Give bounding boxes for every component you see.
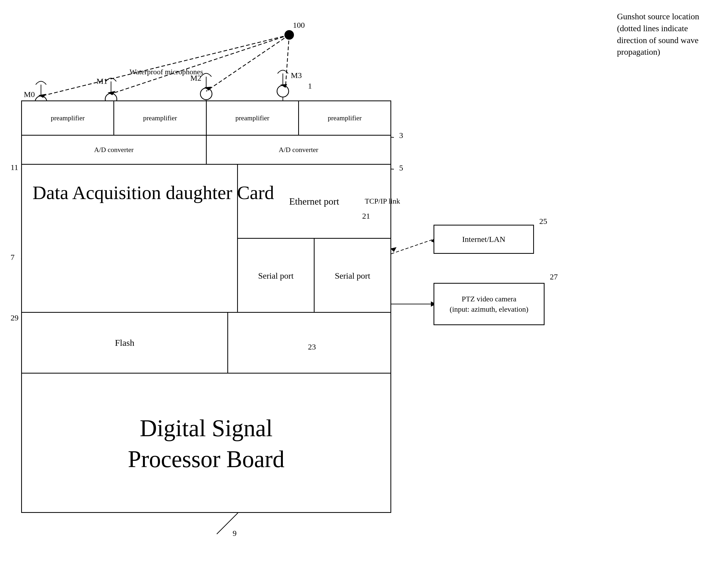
tcp-ip-label: TCP/IP link (365, 197, 400, 205)
ref-23: 23 (308, 342, 316, 351)
svg-marker-6 (38, 94, 46, 98)
legend: Gunshot source location (dotted lines in… (617, 11, 707, 58)
da-card-section: Data Acquisition daughter Card Ethernet … (22, 165, 390, 313)
ref-27: 27 (550, 272, 558, 281)
ref-5: 5 (399, 163, 403, 172)
svg-point-16 (284, 30, 294, 40)
preamp-box-1: preamplifier (22, 101, 114, 135)
bottom-section: Flash (22, 313, 390, 374)
svg-line-2 (206, 35, 289, 91)
svg-line-0 (45, 35, 289, 95)
adc-box-1: A/D converter (22, 136, 207, 164)
diagram-container: Gunshot source location (dotted lines in… (0, 0, 728, 561)
preamp-box-2: preamplifier (114, 101, 206, 135)
ref-29: 29 (11, 313, 19, 322)
mic-m1-label: M1 (96, 77, 108, 86)
mic-m2-label: M2 (190, 73, 201, 82)
flash-box: Flash (22, 313, 228, 373)
ref-11: 11 (11, 163, 18, 172)
mic-m3-label: M3 (291, 71, 302, 80)
ref-21: 21 (362, 211, 370, 220)
da-right-ports: Ethernet port Serial port Serial port (237, 165, 390, 312)
dsp-section: Digital SignalProcessor Board (22, 374, 390, 514)
svg-marker-18 (390, 247, 397, 252)
ref-25: 25 (539, 217, 547, 226)
svg-line-1 (111, 35, 289, 94)
ref-9: 9 (233, 529, 237, 538)
serial-port-box-1: Serial port (238, 239, 315, 313)
ref-100: 100 (293, 21, 305, 30)
ref-3: 3 (399, 131, 403, 140)
mic-m0-label: M0 (24, 90, 35, 99)
svg-marker-9 (108, 91, 116, 95)
ptz-camera-label: PTZ video camera(input: azimuth, elevati… (450, 294, 528, 314)
legend-text: Gunshot source location (dotted lines in… (617, 12, 699, 57)
ref-1: 1 (308, 81, 312, 90)
main-board: preamplifier preamplifier preamplifier p… (21, 100, 391, 513)
svg-point-10 (200, 88, 212, 100)
preamp-box-3: preamplifier (207, 101, 299, 135)
adc-row: A/D converter A/D converter (22, 136, 390, 165)
svg-line-17 (391, 239, 434, 254)
svg-point-13 (277, 85, 289, 97)
adc-box-2: A/D converter (207, 136, 391, 164)
svg-marker-12 (204, 87, 211, 91)
serial-row: Serial port Serial port (238, 239, 390, 313)
dsp-label: Digital SignalProcessor Board (128, 413, 284, 475)
svg-line-3 (285, 35, 289, 87)
internet-lan-box: Internet/LAN (434, 225, 534, 254)
internet-lan-label: Internet/LAN (462, 235, 505, 244)
preamp-row: preamplifier preamplifier preamplifier p… (22, 101, 390, 136)
ptz-camera-box: PTZ video camera(input: azimuth, elevati… (434, 283, 545, 325)
preamp-box-4: preamplifier (299, 101, 390, 135)
svg-marker-15 (280, 84, 287, 88)
serial-port-box-2: Serial port (315, 239, 390, 313)
ref-7: 7 (11, 253, 15, 262)
